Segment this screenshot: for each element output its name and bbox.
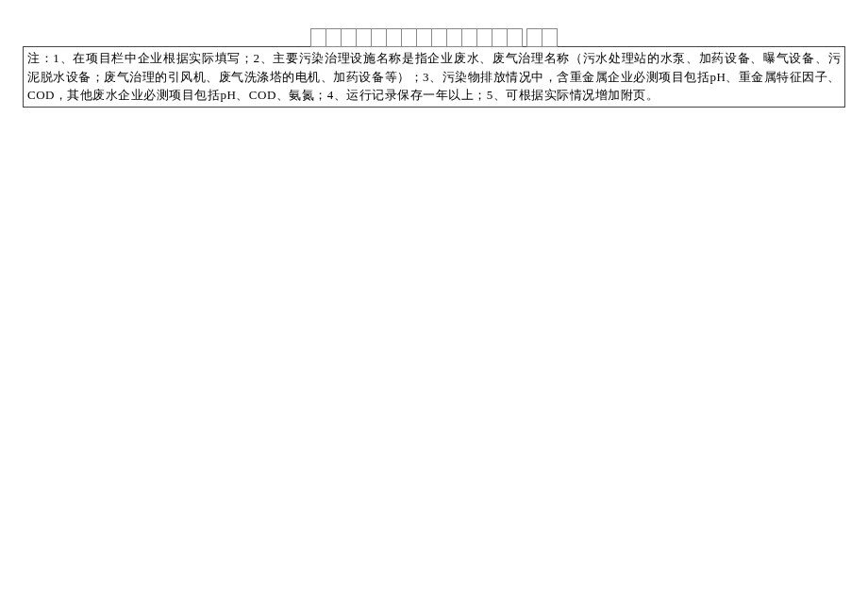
grid-cell	[372, 28, 387, 47]
grid-cell	[508, 28, 523, 47]
notes-text: 注：1、在项目栏中企业根据实际填写；2、主要污染治理设施名称是指企业废水、废气治…	[27, 51, 841, 102]
grid-cell	[387, 28, 402, 47]
notes-box: 注：1、在项目栏中企业根据实际填写；2、主要污染治理设施名称是指企业废水、废气治…	[23, 46, 845, 108]
grid-cell	[447, 28, 462, 47]
grid-cell	[402, 28, 417, 47]
grid-cells-suffix	[526, 28, 558, 47]
grid-cell	[311, 28, 326, 47]
grid-cell	[326, 28, 342, 47]
grid-cell	[417, 28, 432, 47]
grid-cell	[357, 28, 372, 47]
grid-cell	[492, 28, 508, 47]
grid-cell	[477, 28, 492, 47]
header-grid-row	[23, 28, 845, 47]
grid-cell	[527, 28, 542, 47]
grid-cell	[342, 28, 357, 47]
grid-cell	[432, 28, 447, 47]
grid-cells	[310, 28, 523, 47]
grid-cell	[542, 28, 558, 47]
grid-cell	[462, 28, 477, 47]
